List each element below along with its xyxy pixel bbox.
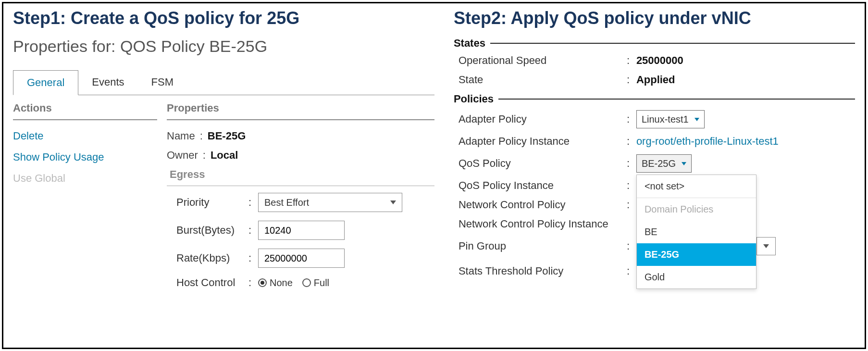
qos-policy-dropdown: <not set> Domain Policies BE BE-25G Gold <box>636 175 756 289</box>
caret-down-icon <box>694 118 699 121</box>
pin-group-select[interactable] <box>756 237 776 255</box>
qos-option-section-domain-policies: Domain Policies <box>637 198 756 221</box>
operational-speed-label: Operational Speed <box>454 54 627 67</box>
caret-down-icon <box>682 162 686 165</box>
host-control-none-radio[interactable]: None <box>258 277 293 288</box>
state-value: Applied <box>636 74 675 86</box>
owner-value: Local <box>211 149 238 162</box>
divider <box>167 186 434 186</box>
tabs: General Events FSM <box>13 70 434 95</box>
show-policy-usage-action[interactable]: Show Policy Usage <box>13 151 157 163</box>
priority-select[interactable]: Best Effort <box>258 193 402 212</box>
adapter-policy-label: Adapter Policy <box>454 113 627 125</box>
host-control-full-radio[interactable]: Full <box>302 277 329 288</box>
priority-label: Priority <box>176 196 248 209</box>
delete-action[interactable]: Delete <box>13 130 157 142</box>
policies-heading: Policies <box>454 93 494 105</box>
operational-speed-value: 25000000 <box>636 54 683 67</box>
rate-label: Rate(Kbps) <box>176 252 248 264</box>
states-heading: States <box>454 37 485 50</box>
adapter-policy-instance-label: Adapter Policy Instance <box>454 135 627 148</box>
burst-input[interactable] <box>258 221 345 240</box>
radio-label-full: Full <box>314 277 329 288</box>
priority-select-value: Best Effort <box>264 197 309 208</box>
qos-option-gold[interactable]: Gold <box>637 266 756 288</box>
state-label: State <box>454 74 627 86</box>
name-label: Name <box>167 130 195 142</box>
network-control-policy-instance-label: Network Control Policy Instance <box>454 218 636 230</box>
step2-heading: Step2: Apply QoS policy under vNIC <box>454 8 855 28</box>
adapter-policy-value: Linux-test1 <box>642 114 689 125</box>
qos-policy-instance-label: QoS Policy Instance <box>454 179 627 192</box>
owner-label: Owner <box>167 149 198 162</box>
caret-down-icon <box>763 244 769 248</box>
qos-option-not-set[interactable]: <not set> <box>637 175 756 198</box>
pin-group-label: Pin Group <box>454 240 627 252</box>
network-control-policy-label: Network Control Policy <box>454 199 627 211</box>
stats-threshold-policy-label: Stats Threshold Policy <box>454 265 627 277</box>
divider <box>167 119 434 120</box>
qos-option-be[interactable]: BE <box>637 221 756 243</box>
tab-fsm[interactable]: FSM <box>138 70 187 95</box>
qos-option-be-25g[interactable]: BE-25G <box>637 243 756 266</box>
radio-label-none: None <box>270 277 293 288</box>
burst-label: Burst(Bytes) <box>176 224 248 237</box>
rate-input[interactable] <box>258 249 345 268</box>
qos-policy-label: QoS Policy <box>454 157 627 170</box>
radio-checked-icon <box>258 278 267 287</box>
egress-heading: Egress <box>167 168 434 181</box>
use-global-action: Use Global <box>13 172 157 185</box>
divider <box>498 99 855 100</box>
tab-general[interactable]: General <box>13 70 78 95</box>
tab-events[interactable]: Events <box>78 70 137 95</box>
properties-subtitle: Properties for: QOS Policy BE-25G <box>13 37 434 56</box>
name-value: BE-25G <box>208 130 246 142</box>
properties-heading: Properties <box>167 102 434 119</box>
qos-policy-value: BE-25G <box>642 158 676 169</box>
step1-heading: Step1: Create a QoS policy for 25G <box>13 8 434 28</box>
actions-heading: Actions <box>13 102 157 119</box>
divider <box>490 43 855 44</box>
qos-policy-select[interactable]: BE-25G <box>636 154 692 173</box>
adapter-policy-instance-link[interactable]: org-root/eth-profile-Linux-test1 <box>636 135 779 148</box>
divider <box>13 119 157 120</box>
host-control-label: Host Control <box>176 276 248 289</box>
caret-down-icon <box>390 201 396 204</box>
adapter-policy-select[interactable]: Linux-test1 <box>636 110 705 128</box>
radio-unchecked-icon <box>302 278 311 287</box>
